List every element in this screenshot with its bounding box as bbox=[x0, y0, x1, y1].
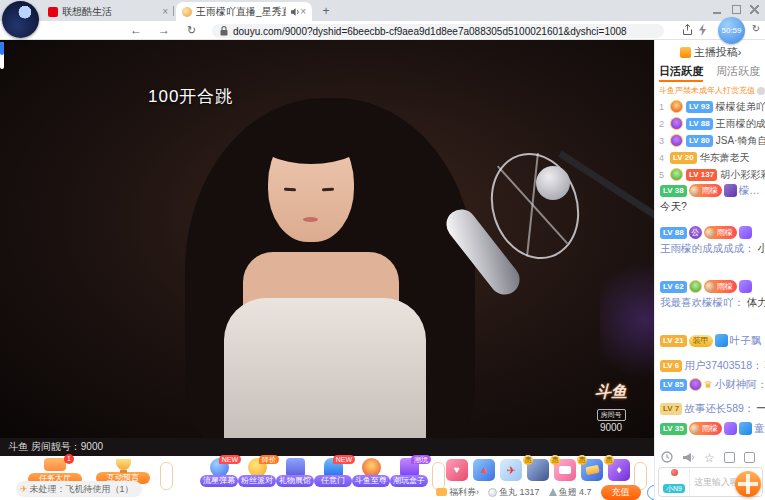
floating-avatar[interactable] bbox=[2, 1, 39, 38]
star-icon[interactable] bbox=[704, 448, 715, 466]
avatar bbox=[690, 424, 700, 434]
share-icon[interactable] bbox=[682, 24, 693, 36]
rank-username[interactable]: JSA·犄角自 bbox=[716, 134, 765, 148]
avatar bbox=[690, 186, 700, 196]
yuchi-balance: 鱼翅 4.7 bbox=[549, 486, 592, 499]
rank-username[interactable]: 王雨檬的成成 bbox=[716, 117, 765, 131]
noble-icon bbox=[724, 184, 737, 197]
douyu-watermark: 斗鱼 房间号 9000 bbox=[578, 382, 644, 433]
info-icon[interactable] bbox=[757, 87, 765, 95]
flower-icon bbox=[671, 469, 678, 476]
browser-tab-bar: 联想酷生活 × 王雨檬吖直播_星秀直播_斗… × + bbox=[0, 0, 765, 21]
my-fan-badge[interactable]: 小N9 bbox=[659, 468, 690, 496]
fan-badge: 雨檬 bbox=[689, 184, 722, 197]
gift-badge-icon bbox=[724, 422, 737, 435]
maximize-icon[interactable] bbox=[732, 5, 741, 14]
level-badge: LV 137 bbox=[686, 169, 717, 181]
live-video-player[interactable]: 100开合跳 斗鱼 房间号 9000 bbox=[0, 40, 654, 438]
chat-username[interactable]: 童… bbox=[754, 421, 765, 436]
rank-username[interactable]: 胡小彩彩彩 bbox=[720, 168, 765, 182]
tab-lenovo[interactable]: 联想酷生活 × bbox=[42, 2, 174, 21]
forward-icon[interactable] bbox=[158, 21, 170, 40]
tab-close-icon[interactable]: × bbox=[300, 6, 306, 17]
gift-ship-icon[interactable]: 惠 bbox=[527, 459, 549, 481]
bottom-toolbar: 1 任务大厅 互动预言 未处理：飞机待使用（1） 流星弹幕 NEW 粉丝派对 降… bbox=[0, 456, 654, 500]
chat-username[interactable]: 王雨檬的成成成成： bbox=[660, 242, 755, 254]
speaker-icon[interactable] bbox=[290, 7, 300, 17]
microphone-head bbox=[536, 166, 570, 200]
rank-row[interactable]: 2 LV 88 王雨檬的成成 bbox=[659, 115, 765, 132]
chat-message: LV 35 雨檬 童… bbox=[660, 420, 765, 437]
gift-plane-icon[interactable] bbox=[500, 459, 522, 481]
url-input[interactable]: douyu.com/9000?dyshid=6beecbb-cf9aea9d1d… bbox=[212, 24, 664, 38]
chat-username[interactable]: 檬… bbox=[739, 183, 760, 198]
level-badge: LV 80 bbox=[686, 135, 713, 147]
contribute-entry[interactable]: 主播投稿 › bbox=[655, 44, 765, 60]
entry-any-door[interactable]: 任意门 NEW bbox=[314, 458, 352, 487]
lightning-icon[interactable] bbox=[698, 24, 707, 36]
new-badge: NEW bbox=[333, 455, 355, 464]
back-icon[interactable] bbox=[130, 21, 142, 40]
entry-gift-gallery[interactable]: 礼物展馆 bbox=[276, 458, 314, 487]
medal-icon bbox=[670, 100, 683, 113]
rank-row[interactable]: 4 LV 20 华东萧老天 bbox=[659, 149, 765, 166]
reload-icon[interactable] bbox=[187, 21, 196, 40]
gift-trend-icon[interactable]: 惠 bbox=[608, 459, 630, 481]
rank-row[interactable]: 1 LV 93 檬檬徒弟吖 bbox=[659, 98, 765, 115]
entry-douyu-supreme[interactable]: 斗鱼至尊 bbox=[352, 458, 390, 487]
rank-tabs: 日活跃度 周活跃度 贵宾 bbox=[659, 64, 765, 82]
watermark-logo: 斗鱼 bbox=[578, 382, 644, 403]
chat-username[interactable]: 我最喜欢檬檬吖： bbox=[660, 296, 744, 308]
chat-username[interactable]: 小财神阿： bbox=[715, 377, 765, 392]
entry-fans-party[interactable]: 粉丝派对 降价 bbox=[238, 458, 276, 487]
history-icon[interactable] bbox=[661, 451, 673, 463]
chat-username[interactable]: 故事还长589： bbox=[684, 401, 754, 416]
tab-close-icon[interactable]: × bbox=[162, 6, 168, 17]
tab-daily-rank[interactable]: 日活跃度 bbox=[659, 64, 703, 82]
recharge-button[interactable]: 充值 bbox=[601, 485, 641, 500]
horn-icon[interactable] bbox=[682, 452, 695, 463]
video-clip-icon[interactable] bbox=[744, 452, 755, 463]
rank-username[interactable]: 华东萧老天 bbox=[700, 151, 750, 165]
trophy-icon bbox=[116, 459, 131, 470]
address-bar: douyu.com/9000?dyshid=6beecbb-cf9aea9d1d… bbox=[0, 21, 765, 40]
gift-rocket-icon[interactable] bbox=[473, 459, 495, 481]
tab-douyu-live[interactable]: 王雨檬吖直播_星秀直播_斗… × bbox=[176, 2, 312, 21]
medal-icon bbox=[689, 280, 702, 293]
entry-meteor-danmu[interactable]: 流星弹幕 NEW bbox=[200, 458, 238, 487]
gift-envelope-icon[interactable]: 惠 bbox=[554, 459, 576, 481]
sync-icon[interactable] bbox=[749, 22, 763, 36]
chat-username[interactable]: 叶子飘 bbox=[730, 333, 762, 348]
chat-username[interactable]: 用户37403518： bbox=[684, 358, 762, 373]
chat-toolbar bbox=[661, 450, 755, 464]
timer-badge[interactable]: 50:59 bbox=[718, 17, 745, 44]
gift-anime-icon[interactable] bbox=[446, 459, 468, 481]
chat-message: LV 38 雨檬 檬… 今天? bbox=[660, 182, 765, 214]
yuwan-balance: 鱼丸 1317 bbox=[488, 486, 540, 499]
chat-message: LV 6 用户37403518： 不是 bbox=[660, 357, 765, 374]
level-badge: LV 7 bbox=[660, 403, 682, 415]
screenshot-icon[interactable] bbox=[724, 452, 735, 463]
window-close-icon[interactable] bbox=[750, 5, 759, 14]
coupon-entry[interactable]: 福利券› bbox=[436, 486, 479, 499]
level-badge: LV 38 bbox=[660, 185, 687, 197]
level-badge: LV 35 bbox=[660, 423, 687, 435]
plane-icon bbox=[20, 484, 28, 494]
rank-row[interactable]: 3 LV 80 JSA·犄角自 bbox=[659, 132, 765, 149]
fan-badge: 雨檬 bbox=[704, 280, 737, 293]
pending-note[interactable]: 未处理：飞机待使用（1） bbox=[16, 481, 142, 497]
scrollbar-handle[interactable] bbox=[0, 42, 4, 69]
url-text: douyu.com/9000?dyshid=6beecbb-cf9aea9d1d… bbox=[233, 26, 627, 37]
guild-badge: 公 bbox=[689, 226, 702, 239]
entry-trend-box[interactable]: 潮玩盒子 潮玩 bbox=[390, 458, 428, 487]
tab-weekly-rank[interactable]: 周活跃度 bbox=[716, 64, 760, 79]
activity-float-icon[interactable] bbox=[735, 471, 761, 497]
new-tab-button[interactable]: + bbox=[318, 3, 334, 19]
minimize-icon[interactable] bbox=[713, 11, 721, 14]
douyu-favicon-icon bbox=[182, 7, 192, 17]
rank-username[interactable]: 檬檬徒弟吖 bbox=[716, 100, 765, 114]
collapse-pill[interactable] bbox=[160, 462, 173, 490]
gift-ticket-icon[interactable]: 惠 bbox=[581, 459, 603, 481]
rank-row[interactable]: 5 LV 137 胡小彩彩彩 bbox=[659, 166, 765, 183]
contribute-icon bbox=[680, 47, 691, 58]
